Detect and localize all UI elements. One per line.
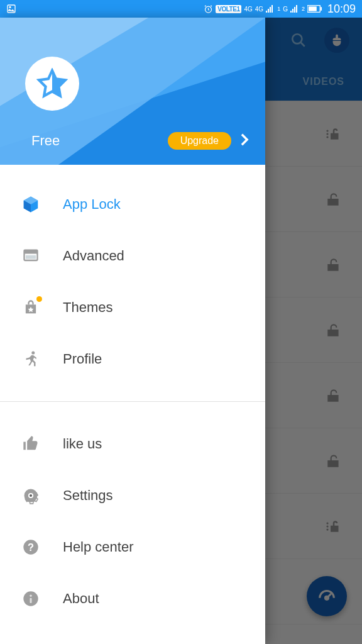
- menu-item-themes[interactable]: Themes: [0, 282, 265, 333]
- app-logo: [25, 57, 79, 111]
- tab-videos[interactable]: VIDEOS: [303, 76, 344, 87]
- account-tier: Free: [31, 133, 60, 149]
- image-icon: [6, 4, 16, 14]
- menu-item-about[interactable]: About: [0, 573, 265, 625]
- clean-icon[interactable]: [324, 28, 349, 53]
- chevron-right-icon[interactable]: [240, 133, 249, 149]
- nav-drawer: Free Upgrade App Lock: [0, 18, 265, 644]
- net-4g-2: 4G: [255, 6, 263, 13]
- battery-icon: [307, 5, 322, 13]
- volte-badge: VOLTE1: [216, 5, 241, 13]
- svg-point-20: [30, 494, 32, 497]
- menu-item-like-us[interactable]: like us: [0, 418, 265, 470]
- svg-point-11: [326, 525, 328, 527]
- speed-fab[interactable]: [307, 576, 347, 616]
- menu-label: App Lock: [63, 196, 121, 213]
- svg-point-12: [326, 528, 328, 530]
- svg-point-1: [9, 6, 11, 8]
- lock-unlocked-dots-icon[interactable]: [324, 517, 343, 536]
- svg-point-8: [326, 133, 328, 135]
- lock-unlocked-icon[interactable]: [324, 452, 343, 470]
- menu-label: Themes: [63, 299, 112, 316]
- net-g: G: [283, 6, 288, 13]
- menu-item-app-lock[interactable]: App Lock: [0, 179, 265, 230]
- svg-rect-25: [30, 598, 31, 603]
- svg-point-10: [326, 522, 328, 524]
- lock-unlocked-icon[interactable]: [324, 386, 343, 405]
- upgrade-button[interactable]: Upgrade: [168, 132, 231, 150]
- sim1-label: 1: [277, 6, 280, 12]
- alarm-icon: [204, 4, 213, 14]
- svg-point-24: [30, 595, 32, 597]
- menu-label: About: [63, 591, 99, 607]
- svg-point-6: [292, 34, 302, 43]
- svg-rect-16: [26, 255, 36, 259]
- lock-unlocked-dots-icon[interactable]: [324, 125, 343, 143]
- thumb-up-icon: [20, 433, 41, 455]
- status-time: 10:09: [327, 3, 356, 16]
- svg-point-7: [326, 130, 328, 131]
- menu-label: like us: [63, 436, 102, 452]
- menu-item-help-center[interactable]: ? Help center: [0, 521, 265, 573]
- menu-label: Profile: [63, 351, 102, 367]
- net-4g-1: 4G: [244, 6, 252, 13]
- signal-icon-2: [290, 5, 299, 13]
- themes-icon: [20, 297, 41, 318]
- svg-rect-4: [309, 6, 317, 11]
- help-icon: ?: [20, 536, 41, 558]
- menu-item-advanced[interactable]: Advanced: [0, 230, 265, 282]
- lock-unlocked-icon[interactable]: [324, 190, 343, 209]
- browser-icon: [20, 245, 41, 267]
- svg-point-17: [31, 352, 35, 355]
- sim2-label: 2: [302, 6, 305, 12]
- svg-point-9: [326, 136, 328, 138]
- svg-text:?: ?: [28, 541, 34, 553]
- menu-label: Help center: [63, 539, 134, 555]
- status-bar: VOLTE1 4G 4G 1 G 2 10:09: [0, 0, 362, 18]
- lock-unlocked-icon[interactable]: [324, 255, 343, 274]
- search-icon[interactable]: [290, 32, 307, 48]
- svg-rect-5: [321, 7, 322, 11]
- drawer-header: Free Upgrade: [0, 18, 265, 165]
- lock-unlocked-icon[interactable]: [324, 321, 343, 340]
- drawer-menu: App Lock Advanced Themes: [0, 165, 265, 644]
- menu-divider: [0, 401, 265, 402]
- running-icon: [20, 348, 41, 370]
- cube-icon: [20, 194, 41, 215]
- info-icon: [20, 588, 41, 609]
- svg-rect-15: [25, 250, 38, 254]
- menu-item-settings[interactable]: Settings: [0, 470, 265, 521]
- menu-label: Advanced: [63, 248, 124, 264]
- menu-label: Settings: [63, 487, 113, 504]
- menu-item-profile[interactable]: Profile: [0, 333, 265, 385]
- gear-icon: [20, 485, 41, 506]
- signal-icon-1: [266, 5, 275, 13]
- badge-dot: [36, 296, 42, 302]
